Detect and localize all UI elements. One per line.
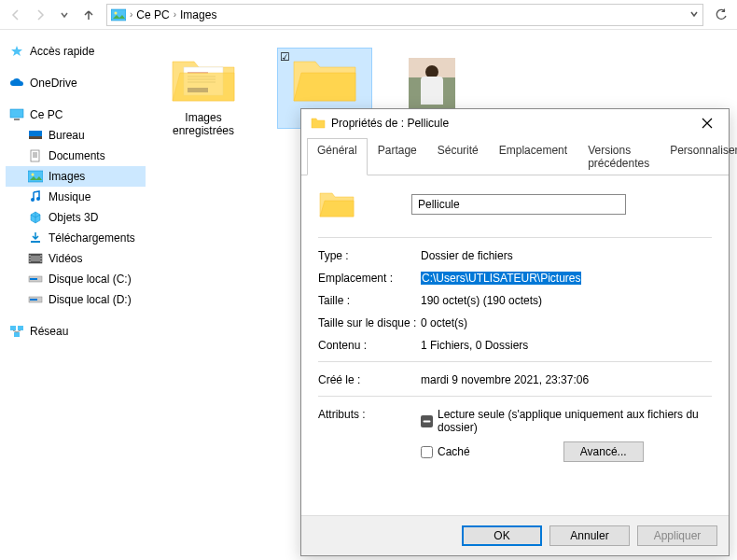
tab-securite[interactable]: Sécurité bbox=[427, 138, 489, 175]
checkbox-hidden-input[interactable] bbox=[421, 446, 433, 458]
drive-icon bbox=[28, 272, 43, 287]
checkmark-icon: ☑ bbox=[280, 50, 290, 63]
breadcrumb-part[interactable]: Ce PC bbox=[136, 8, 169, 21]
svg-rect-24 bbox=[30, 278, 37, 280]
item-label: Images enregistrées bbox=[157, 111, 250, 141]
tree-label: Musique bbox=[49, 190, 90, 203]
svg-rect-29 bbox=[14, 332, 20, 337]
svg-point-13 bbox=[36, 197, 40, 201]
tree-label: Disque local (C:) bbox=[49, 273, 132, 286]
tree-label: Documents bbox=[49, 149, 105, 162]
tree-label: Téléchargements bbox=[49, 231, 135, 245]
up-button[interactable] bbox=[78, 5, 99, 25]
checkbox-hidden[interactable]: Caché bbox=[421, 445, 470, 458]
address-dropdown-icon[interactable] bbox=[689, 8, 699, 21]
dialog-title: Propriétés de : Pellicule bbox=[331, 117, 693, 130]
refresh-button[interactable] bbox=[711, 5, 731, 25]
tree-downloads[interactable]: Téléchargements bbox=[6, 228, 146, 248]
tree-label: Objets 3D bbox=[49, 211, 98, 224]
forward-button bbox=[30, 5, 50, 25]
tree-videos[interactable]: Vidéos bbox=[6, 248, 146, 269]
tree-label: Images bbox=[49, 170, 85, 183]
svg-rect-14 bbox=[31, 241, 40, 243]
label-location: Emplacement : bbox=[318, 272, 421, 285]
value-contents: 1 Fichiers, 0 Dossiers bbox=[421, 339, 528, 352]
close-button[interactable] bbox=[693, 112, 721, 134]
checkbox-readonly-input[interactable] bbox=[421, 415, 433, 427]
tree-desktop[interactable]: Bureau bbox=[6, 125, 146, 146]
svg-point-18 bbox=[29, 258, 30, 259]
svg-rect-3 bbox=[14, 119, 20, 120]
ok-button[interactable]: OK bbox=[462, 525, 542, 546]
documents-icon bbox=[28, 148, 43, 163]
apply-button[interactable]: Appliquer bbox=[637, 525, 717, 546]
value-location[interactable]: C:\Users\UTLISATEUR\Pictures bbox=[421, 272, 581, 285]
folder-icon bbox=[292, 54, 357, 105]
tree-documents[interactable]: Documents bbox=[6, 146, 146, 166]
dialog-tabs: Général Partage Sécurité Emplacement Ver… bbox=[301, 137, 729, 175]
tree-label: Disque local (D:) bbox=[49, 293, 132, 306]
breadcrumb-part[interactable]: Images bbox=[180, 8, 216, 21]
folder-saved-images[interactable]: Images enregistrées bbox=[157, 49, 250, 141]
tree-disk-c[interactable]: Disque local (C:) bbox=[6, 269, 146, 289]
svg-rect-26 bbox=[30, 299, 37, 301]
navigation-tree: Accès rapide OneDrive Ce PC Bureau bbox=[0, 30, 149, 560]
tree-3d-objects[interactable]: Objets 3D bbox=[6, 207, 146, 228]
address-bar: › Ce PC › Images bbox=[0, 0, 737, 30]
properties-dialog: Propriétés de : Pellicule Général Partag… bbox=[300, 108, 730, 556]
star-icon bbox=[9, 44, 24, 59]
tree-this-pc[interactable]: Ce PC bbox=[6, 105, 146, 125]
tree-images[interactable]: Images bbox=[6, 166, 146, 187]
label-contents: Contenu : bbox=[318, 339, 421, 352]
tab-partage[interactable]: Partage bbox=[368, 138, 427, 175]
pictures-icon bbox=[28, 169, 43, 184]
value-size: 190 octet(s) (190 octets) bbox=[421, 294, 542, 307]
svg-point-11 bbox=[32, 174, 35, 176]
recent-dropdown[interactable] bbox=[54, 5, 75, 25]
label-size: Taille : bbox=[318, 294, 421, 307]
chevron-right-icon[interactable]: › bbox=[130, 9, 132, 20]
pictures-icon bbox=[111, 7, 126, 22]
download-icon bbox=[28, 231, 43, 245]
tree-label: Vidéos bbox=[49, 252, 82, 265]
svg-rect-2 bbox=[10, 109, 23, 118]
svg-rect-5 bbox=[29, 136, 42, 139]
folder-name-input[interactable] bbox=[411, 194, 626, 215]
svg-rect-28 bbox=[18, 326, 23, 330]
svg-point-21 bbox=[40, 258, 41, 259]
tree-disk-d[interactable]: Disque local (D:) bbox=[6, 289, 146, 310]
checkbox-readonly[interactable]: Lecture seule (s'applique uniquement aux… bbox=[421, 408, 712, 434]
svg-point-19 bbox=[29, 260, 30, 261]
tree-music[interactable]: Musique bbox=[6, 187, 146, 207]
value-size-on-disk: 0 octet(s) bbox=[421, 316, 467, 329]
folder-icon bbox=[311, 117, 326, 130]
checkbox-label: Caché bbox=[438, 445, 470, 458]
svg-line-31 bbox=[17, 330, 21, 332]
dialog-body: Type : Dossier de fichiers Emplacement :… bbox=[301, 175, 729, 519]
chevron-right-icon[interactable]: › bbox=[174, 9, 176, 20]
svg-point-17 bbox=[29, 255, 30, 256]
tab-general[interactable]: Général bbox=[307, 138, 368, 175]
label-size-on-disk: Taille sur le disque : bbox=[318, 316, 421, 329]
cancel-button[interactable]: Annuler bbox=[549, 525, 630, 546]
tab-emplacement[interactable]: Emplacement bbox=[489, 138, 577, 175]
value-type: Dossier de fichiers bbox=[421, 249, 513, 262]
address-field[interactable]: › Ce PC › Images bbox=[106, 4, 703, 26]
dialog-footer: OK Annuler Appliquer bbox=[301, 515, 729, 555]
tree-onedrive[interactable]: OneDrive bbox=[6, 73, 146, 93]
tree-network[interactable]: Réseau bbox=[6, 321, 146, 342]
advanced-button[interactable]: Avancé... bbox=[563, 441, 644, 462]
tab-personnaliser[interactable]: Personnaliser bbox=[660, 138, 737, 175]
value-created: mardi 9 novembre 2021, 23:37:06 bbox=[421, 373, 589, 386]
svg-rect-10 bbox=[28, 171, 43, 182]
back-button bbox=[6, 5, 26, 25]
tree-label: OneDrive bbox=[30, 77, 77, 90]
network-icon bbox=[9, 324, 24, 339]
tree-quick-access[interactable]: Accès rapide bbox=[6, 41, 146, 62]
folder-icon bbox=[318, 189, 355, 220]
tab-versions[interactable]: Versions précédentes bbox=[577, 138, 660, 175]
dialog-titlebar[interactable]: Propriétés de : Pellicule bbox=[301, 109, 729, 137]
svg-rect-6 bbox=[31, 150, 39, 161]
tree-label: Bureau bbox=[49, 129, 85, 142]
label-type: Type : bbox=[318, 249, 421, 262]
